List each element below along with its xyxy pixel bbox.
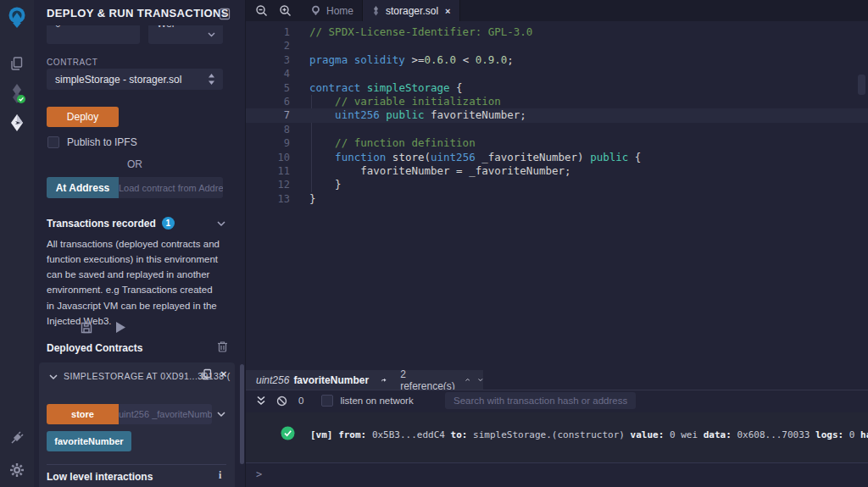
editor-tabbar: Home storager.sol × <box>246 0 868 21</box>
line-number: 10 <box>246 151 298 164</box>
line-number: 7 <box>246 108 298 122</box>
contract-label: CONTRACT <box>47 58 97 67</box>
ref-prev-chevron-up-icon[interactable] <box>465 377 470 383</box>
store-param-input[interactable] <box>119 409 212 419</box>
ref-next-chevron-down-icon[interactable] <box>478 377 483 383</box>
solidity-file-icon <box>371 5 381 17</box>
line-number: 8 <box>246 123 298 136</box>
low-level-interactions-label: Low level interactions <box>47 471 153 483</box>
code-line[interactable]: 8 <box>246 123 868 136</box>
editor-scrollbar[interactable] <box>858 75 865 95</box>
solidity-compiler-icon <box>8 83 26 105</box>
store-param-inputbox <box>119 404 212 424</box>
terminal-collapse-double-chevron-icon[interactable] <box>256 396 266 406</box>
terminal-prompt[interactable]: > <box>256 468 262 480</box>
save-transactions-icon[interactable] <box>81 322 92 334</box>
sidebar-item-settings[interactable] <box>0 456 34 484</box>
panel-scrollbar[interactable] <box>240 364 244 464</box>
line-number: 12 <box>246 178 298 191</box>
activity-bar <box>0 0 34 487</box>
panel-title: DEPLOY & RUN TRANSACTIONS <box>47 7 229 19</box>
code-line[interactable]: 6 // variable initialization <box>246 95 868 108</box>
file-explorer-icon <box>9 56 25 71</box>
sidebar-item-plugin-manager[interactable] <box>0 423 34 452</box>
terminal-searchbox <box>445 392 636 409</box>
code-area[interactable]: 1// SPDX-License-Identifier: GPL-3.023pr… <box>246 25 868 206</box>
line-number: 2 <box>246 39 298 53</box>
code-line[interactable]: 11 favoriteNumber = _favoriteNumber; <box>246 164 868 178</box>
tab-home[interactable]: Home <box>302 0 363 21</box>
transactions-recorded-header: Transactions recorded1 <box>47 217 175 230</box>
code-line[interactable]: 12 } <box>246 178 868 191</box>
clear-deployed-trash-icon[interactable] <box>217 340 228 352</box>
contract-collapse-icon[interactable] <box>49 374 58 380</box>
reference-peek-bar[interactable]: uint256 favoriteNumber 2 reference(s) <box>246 370 483 390</box>
ref-var-name: favoriteNumber <box>293 374 369 386</box>
listen-network-label: listen on network <box>340 396 413 406</box>
tx-count-badge: 1 <box>162 217 175 230</box>
editor-area: Home storager.sol × 1// SPDX-License-Ide… <box>246 0 868 487</box>
at-address-input[interactable] <box>119 183 223 193</box>
listen-network-checkbox[interactable] <box>321 395 333 407</box>
terminal-log-block: [vm] from: 0x5B3...eddC4 to: simpleStora… <box>246 412 868 463</box>
goto-reference-arrow-icon[interactable] <box>381 375 387 385</box>
deployed-contracts-label: Deployed Contracts <box>47 342 142 354</box>
code-line[interactable]: 4 <box>246 67 868 80</box>
remix-ide-window: DEPLOY & RUN TRANSACTIONS 0 Wei CONTRACT… <box>0 0 868 487</box>
pending-tx-count: 0 <box>298 396 303 406</box>
sidebar-item-deploy-run[interactable] <box>0 108 34 137</box>
deploy-run-panel: DEPLOY & RUN TRANSACTIONS 0 Wei CONTRACT… <box>34 0 246 487</box>
store-expand-icon[interactable] <box>217 412 225 418</box>
deployed-contract-card: SIMPLESTORAGE AT 0XD91...39138 ( × store… <box>39 362 235 487</box>
terminal-log-entry[interactable]: [vm] from: 0x5B3...eddC4 to: simpleStora… <box>310 429 868 440</box>
sidebar-item-solidity-compiler[interactable] <box>0 78 34 110</box>
code-line[interactable]: 13} <box>246 192 868 206</box>
updown-arrows-icon <box>208 74 215 85</box>
card-divider <box>47 464 226 465</box>
terminal-search-input[interactable] <box>453 396 627 406</box>
publish-ipfs-label: Publish to IPFS <box>67 136 137 148</box>
ref-count-label: 2 reference(s) <box>400 368 455 392</box>
tx-recorded-collapse-icon[interactable] <box>217 221 225 227</box>
code-line[interactable]: 5contract simpleStorage { <box>246 81 868 95</box>
line-number: 11 <box>246 164 298 178</box>
tx-success-check-icon <box>281 426 295 440</box>
unit-select[interactable]: Wei <box>148 25 223 44</box>
tab-storager-sol[interactable]: storager.sol × <box>363 0 459 21</box>
code-line[interactable]: 7 uint256 public favoriteNumber; <box>246 108 868 122</box>
copy-address-icon[interactable] <box>201 368 212 380</box>
tx-recorded-description: All transactions (deployed contracts and… <box>47 236 220 329</box>
deploy-button[interactable]: Deploy <box>47 107 119 127</box>
publish-ipfs-checkbox[interactable] <box>47 136 59 148</box>
favoritenumber-getter-button[interactable]: favoriteNumber <box>47 431 131 451</box>
deploy-run-icon <box>8 113 25 132</box>
contract-select[interactable]: simpleStorage - storager.sol <box>47 69 223 90</box>
remix-logo-icon <box>5 6 29 30</box>
zoom-out-button[interactable] <box>249 0 273 21</box>
line-number: 5 <box>246 81 298 95</box>
line-number: 4 <box>246 67 298 80</box>
remove-contract-close-icon[interactable]: × <box>220 368 227 380</box>
or-divider: OR <box>34 158 236 170</box>
replay-play-icon[interactable] <box>115 321 126 334</box>
zoom-in-button[interactable] <box>273 0 297 21</box>
sidebar-item-file-explorer[interactable] <box>0 49 34 78</box>
clear-console-ban-icon[interactable] <box>276 396 287 407</box>
code-line[interactable]: 1// SPDX-License-Identifier: GPL-3.0 <box>246 25 868 39</box>
code-line[interactable]: 3pragma solidity >=0.6.0 < 0.9.0; <box>246 53 868 67</box>
code-line[interactable]: 2 <box>246 39 868 53</box>
tab-close-icon[interactable]: × <box>445 6 450 16</box>
at-address-button[interactable]: At Address <box>47 177 119 198</box>
chevron-down-icon <box>208 32 215 37</box>
line-number: 3 <box>246 53 298 67</box>
home-remix-icon <box>310 5 321 16</box>
code-line[interactable]: 9 // function definition <box>246 136 868 150</box>
line-number: 6 <box>246 95 298 108</box>
low-level-info-icon[interactable]: i <box>219 469 221 482</box>
code-line[interactable]: 10 function store(uint256 _favoriteNumbe… <box>246 151 868 164</box>
line-number: 9 <box>246 136 298 150</box>
docs-link-icon[interactable] <box>219 8 231 20</box>
value-input[interactable]: 0 <box>47 25 140 44</box>
store-button[interactable]: store <box>47 404 119 424</box>
ref-type-label: uint256 <box>256 374 289 386</box>
